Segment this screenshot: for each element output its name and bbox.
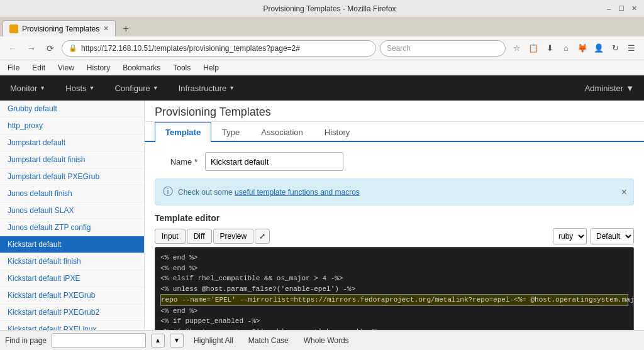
sidebar-item[interactable]: Grubby default [0,101,144,118]
page-title-bar: Provisioning Templates [145,101,644,122]
menu-view[interactable]: View [53,62,79,74]
expand-button[interactable]: ⤢ [255,229,270,244]
tab-close-button[interactable]: ✕ [103,25,109,33]
lock-icon: 🔒 [69,44,77,52]
sidebar-item[interactable]: Jumpstart default finish [0,151,144,168]
code-line: <% end %> [160,263,628,274]
home-icon[interactable]: ⌂ [558,41,574,56]
sidebar-item[interactable]: Junos default SLAX [0,202,144,219]
page-title: Provisioning Templates [155,106,634,119]
find-next-button[interactable]: ▼ [170,334,184,347]
pocket-icon[interactable]: ⬇ [542,41,557,56]
sidebar-item[interactable]: Jumpstart default PXEGrub [0,168,144,185]
sidebar-item[interactable]: http_proxy [0,118,144,134]
browser-tab[interactable]: Provisioning Templates ✕ [3,20,116,36]
name-field-row: Name * [155,152,634,171]
menu-edit[interactable]: Edit [27,62,50,74]
menu-help[interactable]: Help [198,62,224,74]
maximize-button[interactable]: ☐ [616,4,626,14]
code-line: <% if puppet_enabled -%> [160,316,628,327]
title-bar: Provisioning Templates - Mozilla Firefox… [0,0,644,18]
info-icon: ⓘ [163,185,173,199]
app-navigation: Monitor ▼ Hosts ▼ Configure ▼ Infrastruc… [0,75,245,101]
main-layout: Grubby defaulthttp_proxyJumpstart defaul… [0,101,644,350]
search-placeholder: Search [387,44,411,53]
browser-search-bar[interactable]: Search [380,40,506,57]
content-area: Provisioning Templates TemplateTypeAssoc… [145,101,644,350]
sync-icon[interactable]: ↻ [608,41,623,56]
theme-select[interactable]: Default [591,228,634,244]
menu-bookmarks[interactable]: Bookmarks [118,62,165,74]
code-line: <% end %> [160,306,628,317]
tab-history[interactable]: History [314,122,360,142]
info-link[interactable]: useful template functions and macros [235,188,360,197]
minimize-button[interactable]: – [604,4,614,14]
configure-arrow-icon: ▼ [153,85,158,91]
app-header: Monitor ▼ Hosts ▼ Configure ▼ Infrastruc… [0,75,644,101]
sidebar-item[interactable]: Kickstart default PXEGrub2 [0,304,144,321]
find-bar: Find in page ▲ ▼ Highlight All Match Cas… [0,330,644,350]
menu-file[interactable]: File [3,62,25,74]
banner-close-button[interactable]: × [621,187,627,198]
editor-title: Template editor [155,213,634,223]
whole-words-button[interactable]: Whole Words [299,335,354,346]
menu-history[interactable]: History [82,62,115,74]
menu-tools[interactable]: Tools [168,62,196,74]
input-button[interactable]: Input [155,229,186,244]
find-prev-button[interactable]: ▲ [151,334,165,347]
browser-tab-bar: Provisioning Templates ✕ + [0,18,644,36]
bookmark-icon[interactable]: ☆ [509,41,525,56]
nav-monitor[interactable]: Monitor ▼ [0,75,55,101]
nav-configure[interactable]: Configure ▼ [104,75,168,101]
sidebar-item[interactable]: Junos default ZTP config [0,219,144,236]
preview-button[interactable]: Preview [213,229,254,244]
back-button[interactable]: ← [5,41,20,56]
browser-toolbar-icons: ☆ 📋 ⬇ ⌂ 🦊 👤 ↻ ☰ [509,41,639,56]
profile-icon[interactable]: 👤 [591,41,606,56]
sidebar-item[interactable]: Kickstart default iPXE [0,270,144,287]
hosts-arrow-icon: ▼ [89,85,95,91]
info-text: Check out some useful template functions… [178,188,626,197]
code-line: <% unless @host.param_false?('enable-epe… [160,284,628,295]
tab-type[interactable]: Type [211,122,250,142]
code-line: <% elsif rhel_compatible && os_major > 4… [160,273,628,284]
sidebar-item[interactable]: Jumpstart default [0,134,144,151]
window-controls[interactable]: – ☐ ✕ [604,4,639,14]
editor-toolbar-right: ruby Default [553,228,634,244]
menu-icon[interactable]: ☰ [624,41,639,56]
window-title: Provisioning Templates - Mozilla Firefox [55,4,604,13]
sidebar-item[interactable]: Kickstart default [0,236,144,253]
favicon-icon [9,25,18,33]
name-input[interactable] [205,152,343,171]
close-button[interactable]: ✕ [629,4,639,14]
find-input[interactable] [52,333,146,348]
administer-arrow-icon: ▼ [626,84,634,93]
refresh-button[interactable]: ⟳ [43,41,58,56]
code-line: repo --name='EPEL' --mirrorlist=https://… [160,294,628,306]
tab-row: TemplateTypeAssociationHistory [145,122,644,142]
new-tab-button[interactable]: + [118,21,133,36]
infrastructure-arrow-icon: ▼ [229,85,235,91]
url-text: https://172.168.10.51/templates/provisio… [81,44,300,53]
tab-template[interactable]: Template [155,122,211,142]
sidebar-item[interactable]: Junos default finish [0,185,144,202]
reader-icon[interactable]: 📋 [526,41,541,56]
find-in-page-label: Find in page [5,336,47,345]
language-select[interactable]: ruby [553,228,587,244]
nav-hosts[interactable]: Hosts ▼ [55,75,104,101]
url-bar[interactable]: 🔒 https://172.168.10.51/templates/provis… [62,40,376,57]
sidebar-item[interactable]: Kickstart default finish [0,253,144,270]
nav-infrastructure[interactable]: Infrastructure ▼ [169,75,245,101]
diff-button[interactable]: Diff [187,229,212,244]
address-bar: ← → ⟳ 🔒 https://172.168.10.51/templates/… [0,36,644,60]
match-case-button[interactable]: Match Case [243,335,294,346]
highlight-all-button[interactable]: Highlight All [189,335,238,346]
tab-title: Provisioning Templates [22,25,99,33]
sidebar-item[interactable]: Kickstart default PXEGrub [0,287,144,304]
firefox-icon[interactable]: 🦊 [575,41,590,56]
name-label: Name * [155,157,205,167]
sidebar: Grubby defaulthttp_proxyJumpstart defaul… [0,101,145,350]
forward-button[interactable]: → [24,41,39,56]
nav-administer[interactable]: Administer ▼ [575,75,644,101]
tab-association[interactable]: Association [250,122,313,142]
